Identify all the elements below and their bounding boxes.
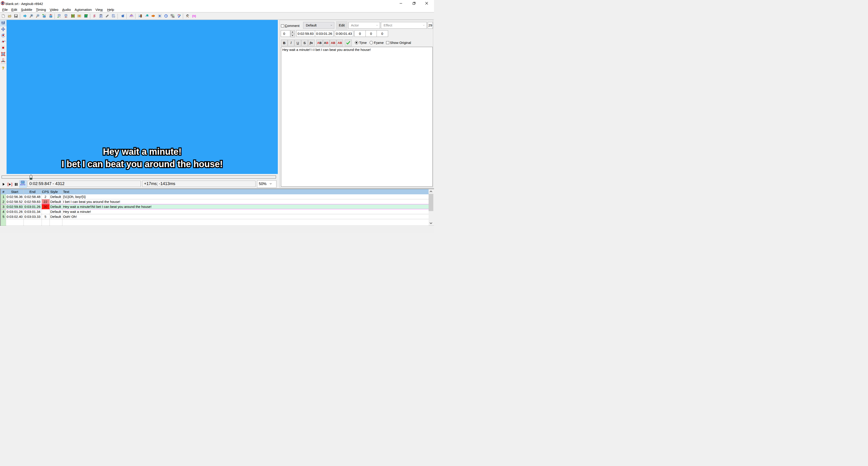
svg-text:Kn: Kn — [170, 14, 173, 16]
svg-text:T: T — [113, 15, 114, 18]
svg-text:Fa: Fa — [172, 16, 174, 18]
svg-text:s: s — [3, 53, 4, 55]
svg-text:?: ? — [2, 66, 4, 70]
svg-text:S: S — [93, 14, 95, 18]
svg-text:{\t}: {\t} — [192, 14, 196, 18]
svg-text:a: a — [3, 60, 4, 62]
